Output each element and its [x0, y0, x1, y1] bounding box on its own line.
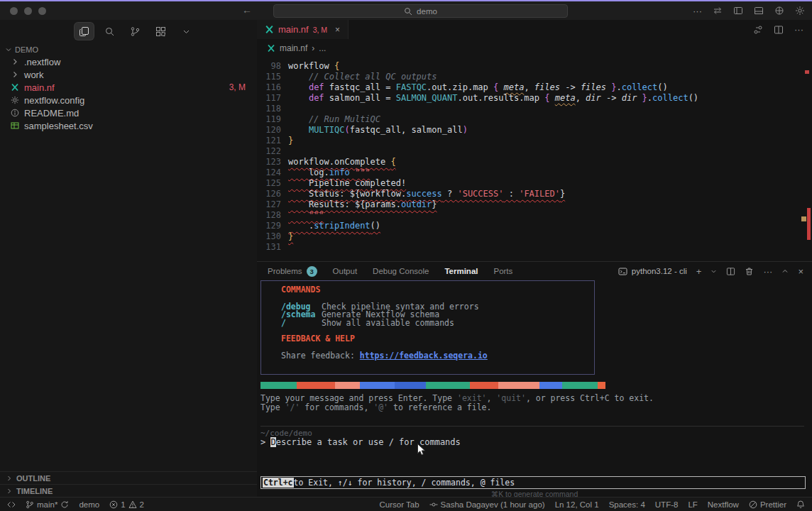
cursor-tab-status[interactable]: Cursor Tab	[380, 500, 419, 509]
toggle-panel-icon[interactable]	[754, 6, 764, 16]
file-item-.nextflow[interactable]: .nextflow	[0, 55, 257, 68]
explorer-folder-name: DEMO	[15, 45, 38, 54]
breadcrumb-file[interactable]: main.nf	[280, 43, 307, 53]
window-more-icon[interactable]: ···	[693, 6, 702, 16]
table-icon	[11, 121, 19, 130]
maximize-panel-icon[interactable]	[781, 268, 789, 275]
code-line-130[interactable]: 130}	[257, 231, 812, 242]
code-line-119[interactable]: 119 // Run MultiQC	[257, 114, 812, 125]
split-editor-icon[interactable]	[774, 25, 784, 35]
code-line-115[interactable]: 115 // Collect all QC outputs	[257, 72, 812, 82]
code-line-125[interactable]: 125 Pipeline completed!	[257, 178, 812, 189]
encoding[interactable]: UTF-8	[655, 500, 679, 509]
prettier-status[interactable]: Prettier	[749, 500, 786, 509]
chevron-down-icon	[181, 26, 192, 37]
toggle-primary-sidebar-icon[interactable]	[733, 6, 743, 16]
timeline-section-header[interactable]: TIMELINE	[0, 484, 257, 497]
file-label: .nextflow	[24, 57, 60, 67]
language-mode[interactable]: Nextflow	[708, 500, 739, 509]
close-window-button[interactable]	[10, 7, 18, 15]
panel-tab-terminal[interactable]: Terminal	[437, 262, 485, 280]
panel-tab-problems[interactable]: Problems3	[260, 262, 324, 280]
line-number: 115	[257, 72, 288, 82]
command-center-search[interactable]: demo	[273, 4, 568, 18]
explorer-section-header[interactable]: DEMO	[5, 45, 38, 54]
activity-extensions-button[interactable]	[151, 23, 170, 40]
notifications-bell[interactable]	[796, 500, 805, 509]
eol-sequence[interactable]: LF	[688, 500, 697, 509]
panel-more-icon[interactable]: ···	[763, 267, 772, 276]
tab-filename: main.nf	[278, 24, 309, 35]
customize-layout-icon[interactable]	[774, 6, 784, 16]
line-number: 119	[257, 114, 288, 125]
git-blame[interactable]: Sasha Dagayev (1 hour ago)	[429, 500, 545, 509]
git-branch-status[interactable]: main*	[26, 500, 69, 509]
open-changes-icon[interactable]	[753, 25, 763, 35]
code-line-116[interactable]: 116 def fastqc_all = FASTQC.out.zip.map …	[257, 82, 812, 93]
code-line-131[interactable]: 131	[257, 242, 812, 253]
file-label: main.nf	[24, 82, 55, 93]
code-line-120[interactable]: 120 MULTIQC(fastqc_all, salmon_all)	[257, 125, 812, 136]
activity-search-button[interactable]	[100, 23, 119, 40]
panel-tab-debug-console[interactable]: Debug Console	[366, 262, 436, 280]
code-line-122[interactable]: 122	[257, 146, 812, 157]
panel-tab-ports[interactable]: Ports	[486, 262, 520, 280]
indentation[interactable]: Spaces: 4	[609, 500, 645, 509]
feedback-link[interactable]: https://feedback.seqera.io	[360, 351, 488, 361]
breadcrumb-symbol[interactable]: ...	[319, 43, 326, 53]
navigate-back-button[interactable]: ←	[242, 4, 252, 16]
close-tab-icon[interactable]: ×	[335, 25, 340, 35]
outline-section-header[interactable]: OUTLINE	[0, 471, 257, 484]
code-editor[interactable]: 98workflow {115 // Collect all QC output…	[257, 57, 812, 261]
problems-status[interactable]: 12	[109, 500, 144, 509]
overview-ruler-error-strip	[807, 208, 811, 240]
code-line-127[interactable]: 127 Results: ${params.outdir}	[257, 199, 812, 210]
rainbow-segment	[426, 382, 470, 389]
terminal-instance-selector[interactable]: python3.12 - cli	[618, 267, 687, 276]
file-item-samplesheet.csv[interactable]: samplesheet.csv	[0, 119, 257, 132]
close-panel-icon[interactable]: ×	[798, 267, 803, 276]
code-line-126[interactable]: 126 Status: ${workflow.success ? 'SUCCES…	[257, 189, 812, 199]
activity-more-button[interactable]	[177, 23, 196, 40]
activity-explorer-button[interactable]	[75, 23, 94, 40]
file-item-README.md[interactable]: README.md	[0, 106, 257, 119]
chevron-down-icon	[5, 46, 12, 53]
file-item-nextflow.config[interactable]: nextflow.config	[0, 94, 257, 106]
code-line-123[interactable]: 123workflow.onComplete {	[257, 157, 812, 167]
code-line-124[interactable]: 124 log.info """	[257, 167, 812, 178]
minimize-window-button[interactable]	[24, 7, 32, 15]
code-text: workflow.onComplete {	[288, 157, 396, 167]
kill-terminal-icon[interactable]	[745, 267, 754, 276]
code-line-128[interactable]: 128 """	[257, 210, 812, 221]
new-terminal-icon[interactable]: +	[696, 267, 702, 276]
sync-arrows-icon[interactable]	[713, 6, 723, 16]
status-left: main*demo12	[7, 500, 144, 509]
panel-tab-label: Problems	[268, 267, 302, 275]
code-line-121[interactable]: 121}	[257, 136, 812, 146]
cursor-position[interactable]: Ln 12, Col 1	[555, 500, 599, 509]
code-line-98[interactable]: 98workflow {	[257, 61, 812, 72]
file-item-main.nf[interactable]: main.nf3, M	[0, 81, 257, 94]
activity-source-control-button[interactable]	[126, 23, 145, 40]
terminal-dropdown-icon[interactable]	[710, 268, 717, 275]
command-name: /schema	[281, 311, 322, 319]
file-item-work[interactable]: work	[0, 68, 257, 81]
code-line-118[interactable]: 118	[257, 104, 812, 114]
tab-main-nf[interactable]: main.nf 3, M ×	[257, 20, 349, 39]
input-divider	[260, 426, 804, 427]
code-text: Status: ${workflow.success ? 'SUCCESS' :…	[288, 189, 565, 199]
terminal-input[interactable]: > Describe a task or use / for commands	[260, 437, 461, 447]
settings-gear-icon[interactable]	[795, 6, 805, 16]
split-terminal-icon[interactable]	[726, 267, 735, 276]
rainbow-segment	[562, 382, 598, 389]
editor-more-icon[interactable]: ···	[794, 25, 803, 34]
nextflow-icon	[265, 25, 274, 34]
project-name[interactable]: demo	[79, 500, 99, 509]
code-line-129[interactable]: 129 .stripIndent()	[257, 221, 812, 231]
files-icon	[79, 26, 89, 37]
maximize-window-button[interactable]	[38, 7, 46, 15]
panel-tab-output[interactable]: Output	[326, 262, 365, 280]
code-line-117[interactable]: 117 def salmon_all = SALMON_QUANT.out.re…	[257, 93, 812, 104]
remote-indicator[interactable]	[7, 500, 16, 509]
feedback-label: Share feedback:	[281, 351, 360, 361]
